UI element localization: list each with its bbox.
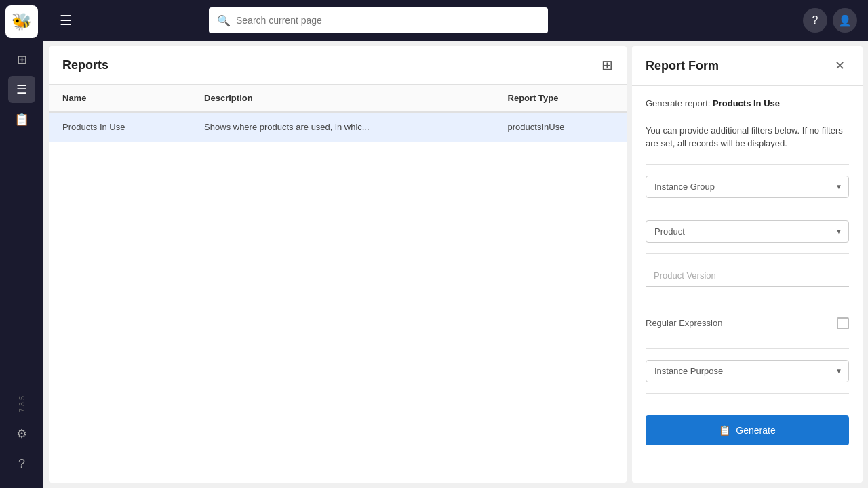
- nav-item-list[interactable]: ☰: [8, 76, 35, 103]
- col-name: Name: [49, 85, 191, 112]
- regular-expression-checkbox[interactable]: [837, 317, 849, 329]
- menu-button[interactable]: ☰: [54, 9, 77, 31]
- generate-label-text: Generate: [736, 425, 775, 436]
- form-title: Report Form: [646, 59, 719, 73]
- table-row[interactable]: Products In Use Shows where products are…: [49, 112, 627, 142]
- content-area: Reports ⊞ Name Description Report Type P…: [43, 41, 868, 488]
- nav-bottom: ⚙ ?: [8, 420, 35, 483]
- report-name: Products In Use: [713, 98, 780, 108]
- search-icon: 🔍: [217, 14, 231, 27]
- instance-purpose-field: Instance Purpose: [646, 349, 849, 394]
- help-icon[interactable]: ?: [8, 450, 35, 477]
- instance-group-select-wrapper: Instance Group: [646, 176, 849, 198]
- nav-item-grid[interactable]: ⊞: [8, 46, 35, 73]
- product-version-field: [646, 254, 849, 298]
- nav-item-reports[interactable]: 📋: [8, 106, 35, 133]
- regular-expression-label: Regular Expression: [646, 318, 722, 328]
- reports-table: Name Description Report Type Products In…: [49, 85, 627, 142]
- user-avatar[interactable]: 👤: [833, 8, 857, 33]
- instance-group-field: Instance Group: [646, 164, 849, 209]
- checkbox-row: Regular Expression: [646, 309, 849, 338]
- search-bar: 🔍: [209, 7, 548, 33]
- app-version: 7.3.5: [18, 396, 26, 412]
- reports-panel: Reports ⊞ Name Description Report Type P…: [49, 46, 627, 483]
- help-topbar-icon[interactable]: ?: [803, 8, 827, 33]
- instance-group-select[interactable]: Instance Group: [646, 176, 849, 198]
- form-description: Generate report: Products In Use: [646, 97, 849, 110]
- topbar: ☰ 🔍 ? 👤: [43, 0, 868, 41]
- form-body: Generate report: Products In Use You can…: [632, 86, 863, 405]
- instance-purpose-select-wrapper: Instance Purpose: [646, 360, 849, 382]
- form-help-text: You can provide additional filters below…: [646, 124, 849, 150]
- search-input[interactable]: [236, 15, 540, 26]
- row-description: Shows where products are used, in whic..…: [191, 112, 494, 142]
- panel-header: Reports ⊞: [49, 46, 627, 85]
- product-select[interactable]: Product: [646, 220, 849, 243]
- report-form-panel: Report Form ✕ Generate report: Products …: [632, 46, 863, 483]
- row-type: productsInUse: [494, 112, 627, 142]
- product-version-input[interactable]: [646, 265, 849, 287]
- nav-rail: 🐝 ⊞ ☰ 📋 7.3.5 ⚙ ?: [0, 0, 43, 488]
- table-header-row: Name Description Report Type: [49, 85, 627, 112]
- close-button[interactable]: ✕: [831, 57, 849, 75]
- topbar-right: ? 👤: [803, 8, 857, 33]
- product-field: Product: [646, 209, 849, 254]
- panel-title: Reports: [62, 58, 108, 73]
- grid-view-icon[interactable]: ⊞: [601, 57, 613, 73]
- col-report-type: Report Type: [494, 85, 627, 112]
- generate-button[interactable]: 📋 Generate: [646, 415, 849, 445]
- row-name: Products In Use: [49, 112, 191, 142]
- settings-icon[interactable]: ⚙: [8, 420, 35, 447]
- app-logo: 🐝: [5, 5, 38, 38]
- product-select-wrapper: Product: [646, 220, 849, 243]
- form-header: Report Form ✕: [632, 46, 863, 86]
- generate-label: Generate report:: [646, 98, 710, 108]
- regular-expression-field: Regular Expression: [646, 298, 849, 349]
- col-description: Description: [191, 85, 494, 112]
- instance-purpose-select[interactable]: Instance Purpose: [646, 360, 849, 382]
- main-container: ☰ 🔍 ? 👤 Reports ⊞ Name Description Repo: [43, 0, 868, 488]
- generate-icon: 📋: [719, 425, 730, 436]
